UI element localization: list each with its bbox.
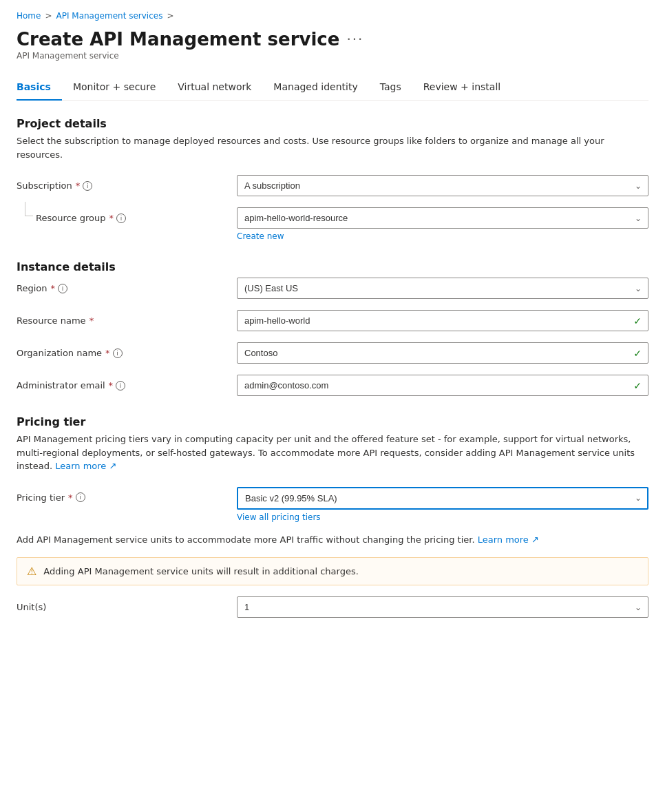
project-details-desc: Select the subscription to manage deploy… [17, 134, 648, 161]
pricing-tier-required: * [68, 492, 73, 503]
breadcrumb-sep2: > [167, 11, 173, 21]
create-new-link[interactable]: Create new [237, 231, 648, 241]
subscription-label: Subscription * i [17, 175, 237, 191]
region-required: * [51, 283, 56, 293]
admin-email-input-wrapper: ✓ [237, 375, 648, 396]
resource-name-required: * [89, 315, 94, 326]
tab-vnet[interactable]: Virtual network [167, 74, 262, 101]
instance-details-section: Instance details Region * i (US) East US… [17, 260, 648, 396]
units-dropdown[interactable]: 1 [237, 596, 648, 618]
tab-basics[interactable]: Basics [17, 74, 62, 101]
project-details-title: Project details [17, 117, 648, 130]
units-control: 1 ⌄ [237, 596, 648, 618]
page-subtitle: API Management service [17, 51, 648, 61]
pricing-tier-section: Pricing tier API Management pricing tier… [17, 415, 648, 618]
region-dropdown[interactable]: (US) East US [237, 278, 648, 299]
units-dropdown-wrapper: 1 ⌄ [237, 596, 648, 618]
page-title-ellipsis[interactable]: ··· [346, 31, 363, 48]
pricing-tier-row: Pricing tier * i Basic v2 (99.95% SLA) ⌄… [17, 487, 648, 522]
admin-email-check-icon: ✓ [633, 380, 642, 391]
resource-group-dropdown-wrapper: apim-hello-world-resource ⌄ [237, 207, 648, 229]
resource-group-label: Resource group * i [36, 207, 126, 223]
tab-managed-identity[interactable]: Managed identity [262, 74, 368, 101]
breadcrumb-sep1: > [45, 11, 52, 21]
tab-monitor[interactable]: Monitor + secure [62, 74, 167, 101]
resource-name-row: Resource name * ✓ [17, 310, 648, 331]
resource-name-input[interactable] [237, 310, 648, 331]
page-title-text: Create API Management service [17, 29, 339, 50]
pricing-tier-info-icon[interactable]: i [76, 492, 85, 502]
warning-text: Adding API Management service units will… [43, 566, 358, 576]
org-name-info-icon[interactable]: i [113, 348, 123, 358]
subscription-row: Subscription * i A subscription ⌄ [17, 175, 648, 196]
pricing-learn-more-link[interactable]: Learn more ↗ [55, 461, 116, 471]
admin-email-row: Administrator email * i ✓ [17, 375, 648, 396]
resource-name-check-icon: ✓ [633, 315, 642, 326]
org-name-row: Organization name * i ✓ [17, 342, 648, 364]
admin-email-input[interactable] [237, 375, 648, 396]
pricing-tier-label: Pricing tier * i [17, 487, 237, 503]
resource-group-dropdown[interactable]: apim-hello-world-resource [237, 207, 648, 229]
resource-name-input-wrapper: ✓ [237, 310, 648, 331]
region-info-icon[interactable]: i [58, 284, 67, 293]
resource-group-required: * [109, 213, 114, 223]
region-control: (US) East US ⌄ [237, 278, 648, 299]
pricing-tier-dropdown[interactable]: Basic v2 (99.95% SLA) [237, 487, 648, 510]
units-label: Unit(s) [17, 596, 237, 612]
subscription-required: * [76, 180, 81, 191]
org-name-label: Organization name * i [17, 342, 237, 358]
resource-group-info-icon[interactable]: i [116, 214, 126, 223]
admin-email-required: * [109, 380, 114, 391]
breadcrumb: Home > API Management services > [17, 11, 648, 21]
project-details-section: Project details Select the subscription … [17, 117, 648, 241]
org-name-input[interactable] [237, 342, 648, 364]
tab-tags[interactable]: Tags [369, 74, 412, 101]
pricing-tier-desc: API Management pricing tiers vary in com… [17, 433, 648, 473]
units-row: Unit(s) 1 ⌄ [17, 596, 648, 618]
region-label: Region * i [17, 278, 237, 293]
units-learn-more-link[interactable]: Learn more ↗ [478, 534, 539, 545]
org-name-input-wrapper: ✓ [237, 342, 648, 364]
subscription-dropdown-wrapper: A subscription ⌄ [237, 175, 648, 196]
pricing-tier-dropdown-wrapper: Basic v2 (99.95% SLA) ⌄ [237, 487, 648, 510]
resource-name-control: ✓ [237, 310, 648, 331]
breadcrumb-home[interactable]: Home [17, 11, 41, 21]
warning-icon: ⚠ [27, 565, 36, 578]
admin-email-label: Administrator email * i [17, 375, 237, 391]
breadcrumb-api-management[interactable]: API Management services [56, 11, 163, 21]
admin-email-info-icon[interactable]: i [116, 381, 125, 391]
admin-email-control: ✓ [237, 375, 648, 396]
subscription-dropdown[interactable]: A subscription [237, 175, 648, 196]
region-dropdown-wrapper: (US) East US ⌄ [237, 278, 648, 299]
subscription-info-icon[interactable]: i [83, 181, 92, 191]
subscription-control: A subscription ⌄ [237, 175, 648, 196]
instance-details-title: Instance details [17, 260, 648, 273]
resource-group-control: apim-hello-world-resource ⌄ Create new [237, 207, 648, 241]
tab-review[interactable]: Review + install [412, 74, 512, 101]
units-desc: Add API Management service units to acco… [17, 533, 648, 547]
org-name-control: ✓ [237, 342, 648, 364]
page-title: Create API Management service ··· [17, 29, 648, 50]
org-name-required: * [105, 348, 110, 358]
pricing-tier-control: Basic v2 (99.95% SLA) ⌄ View all pricing… [237, 487, 648, 522]
resource-name-label: Resource name * [17, 310, 237, 326]
org-name-check-icon: ✓ [633, 348, 642, 359]
view-all-pricing-link[interactable]: View all pricing tiers [237, 512, 648, 522]
tabs-container: Basics Monitor + secure Virtual network … [17, 74, 648, 101]
warning-box: ⚠ Adding API Management service units wi… [17, 557, 648, 585]
pricing-tier-title: Pricing tier [17, 415, 648, 428]
region-row: Region * i (US) East US ⌄ [17, 278, 648, 299]
